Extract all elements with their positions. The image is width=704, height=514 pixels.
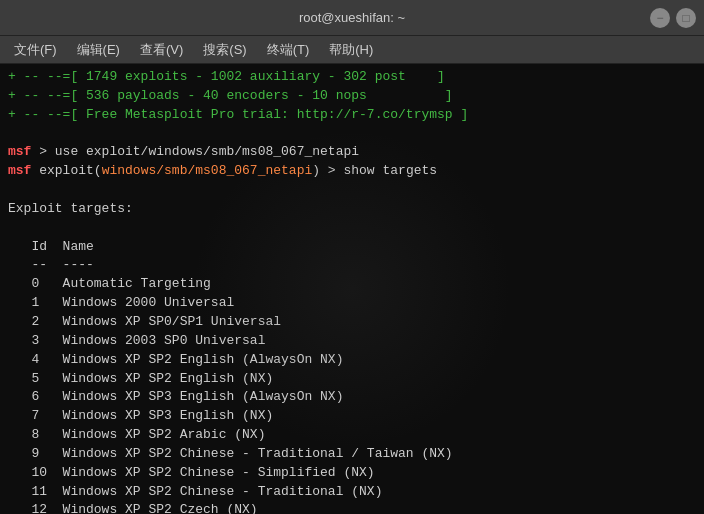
terminal-line: -- ---- xyxy=(8,256,696,275)
terminal-line: 7 Windows XP SP3 English (NX) xyxy=(8,407,696,426)
terminal-line: + -- --=[ 1749 exploits - 1002 auxiliary… xyxy=(8,68,696,87)
terminal-line: msf > use exploit/windows/smb/ms08_067_n… xyxy=(8,143,696,162)
terminal-line: 12 Windows XP SP2 Czech (NX) xyxy=(8,501,696,514)
minimize-button[interactable]: − xyxy=(650,8,670,28)
terminal-line: 9 Windows XP SP2 Chinese - Traditional /… xyxy=(8,445,696,464)
terminal-line: msf exploit(windows/smb/ms08_067_netapi)… xyxy=(8,162,696,181)
terminal-line: Exploit targets: xyxy=(8,200,696,219)
terminal-line xyxy=(8,219,696,238)
terminal-line: + -- --=[ Free Metasploit Pro trial: htt… xyxy=(8,106,696,125)
menu-view[interactable]: 查看(V) xyxy=(130,39,193,61)
terminal-line: 2 Windows XP SP0/SP1 Universal xyxy=(8,313,696,332)
terminal-line: + -- --=[ 536 payloads - 40 encoders - 1… xyxy=(8,87,696,106)
titlebar: root@xueshifan: ~ − □ xyxy=(0,0,704,36)
terminal-line: 6 Windows XP SP3 English (AlwaysOn NX) xyxy=(8,388,696,407)
menu-file[interactable]: 文件(F) xyxy=(4,39,67,61)
terminal-line: 10 Windows XP SP2 Chinese - Simplified (… xyxy=(8,464,696,483)
menubar: 文件(F) 编辑(E) 查看(V) 搜索(S) 终端(T) 帮助(H) xyxy=(0,36,704,64)
titlebar-buttons: − □ xyxy=(650,8,696,28)
terminal[interactable]: + -- --=[ 1749 exploits - 1002 auxiliary… xyxy=(0,64,704,514)
terminal-line: 8 Windows XP SP2 Arabic (NX) xyxy=(8,426,696,445)
terminal-line: 3 Windows 2003 SP0 Universal xyxy=(8,332,696,351)
menu-terminal[interactable]: 终端(T) xyxy=(257,39,320,61)
terminal-line xyxy=(8,125,696,144)
terminal-line: 0 Automatic Targeting xyxy=(8,275,696,294)
menu-edit[interactable]: 编辑(E) xyxy=(67,39,130,61)
maximize-button[interactable]: □ xyxy=(676,8,696,28)
terminal-line: 1 Windows 2000 Universal xyxy=(8,294,696,313)
menu-search[interactable]: 搜索(S) xyxy=(193,39,256,61)
menu-help[interactable]: 帮助(H) xyxy=(319,39,383,61)
terminal-line: 5 Windows XP SP2 English (NX) xyxy=(8,370,696,389)
titlebar-title: root@xueshifan: ~ xyxy=(299,10,405,25)
terminal-line: 4 Windows XP SP2 English (AlwaysOn NX) xyxy=(8,351,696,370)
terminal-line xyxy=(8,181,696,200)
terminal-line: 11 Windows XP SP2 Chinese - Traditional … xyxy=(8,483,696,502)
terminal-line: Id Name xyxy=(8,238,696,257)
